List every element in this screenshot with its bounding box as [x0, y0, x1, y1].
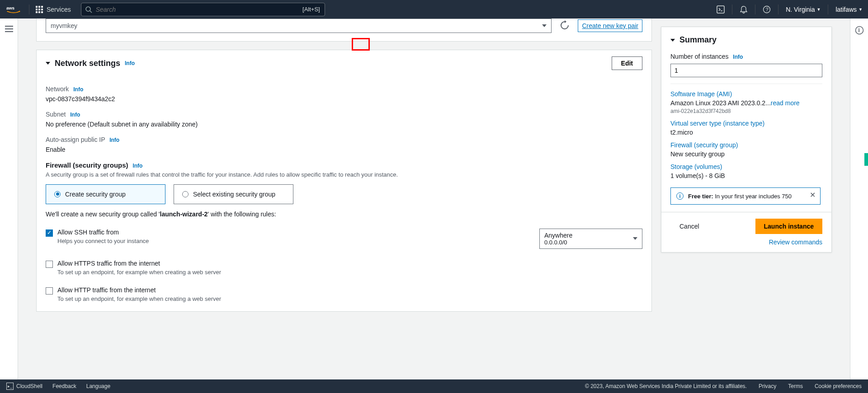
aws-logo[interactable]: aws — [0, 5, 27, 14]
cloudshell-icon[interactable] — [711, 0, 730, 19]
top-nav: aws Services [Alt+S] ? N. Virginia▼ lati… — [0, 0, 868, 19]
svg-text:aws: aws — [6, 5, 14, 10]
notifications-icon[interactable] — [734, 0, 753, 19]
services-menu[interactable]: Services — [31, 6, 75, 13]
search-box[interactable]: [Alt+S] — [81, 3, 325, 16]
grid-icon — [36, 6, 43, 13]
user-menu[interactable]: latifaws▼ — [830, 6, 868, 13]
services-label: Services — [47, 6, 71, 13]
region-selector[interactable]: N. Virginia▼ — [780, 6, 826, 13]
search-icon — [85, 6, 92, 13]
search-shortcut: [Alt+S] — [302, 6, 325, 13]
search-input[interactable] — [92, 6, 302, 13]
svg-point-1 — [86, 7, 90, 11]
help-icon[interactable]: ? — [757, 0, 776, 19]
svg-text:?: ? — [766, 7, 769, 12]
svg-line-2 — [90, 11, 92, 13]
